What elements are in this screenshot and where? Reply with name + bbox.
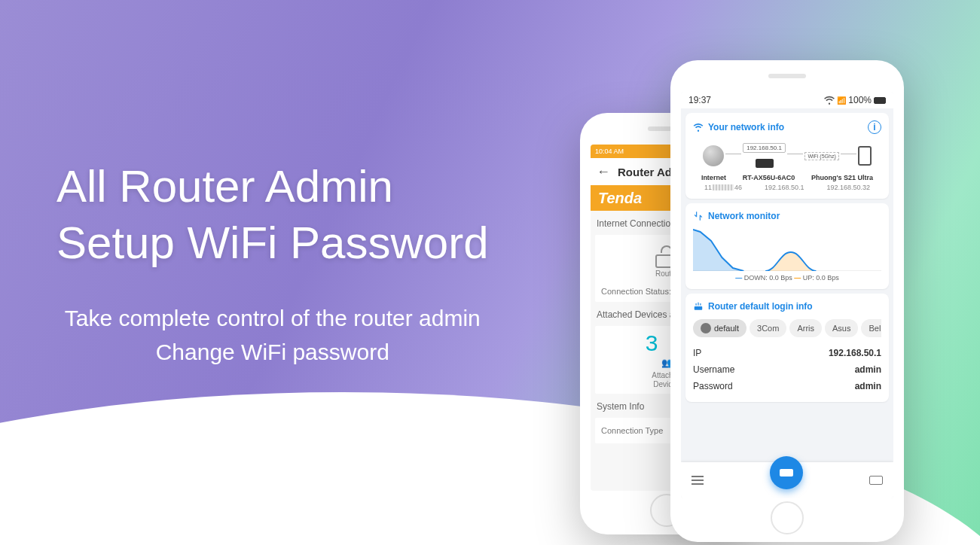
connection-type-label: Connection Type [601,426,663,435]
wifi-band-tag: WiFi (5Ghz) [804,152,838,160]
device-icon [858,146,872,166]
monitor-icon [693,211,704,221]
router-icon [756,159,774,168]
router-login-card: Router default login info default 3Com A… [685,294,889,402]
home-button[interactable] [771,501,804,534]
chip-default[interactable]: default [693,319,746,337]
vendor-chips[interactable]: default 3Com Arris Asus Belkin Be [693,319,881,337]
chip-arris[interactable]: Arris [789,319,822,337]
fab-router-button[interactable] [770,456,803,489]
router-ip: 192.168.50.1 [765,184,804,191]
status-time: 19:37 [688,95,711,105]
phone-speaker [768,74,806,78]
status-right: 📶 100% [824,95,886,105]
screen-front: 19:37 📶 100% Your network info i [681,92,893,498]
device-ip: 192.168.50.32 [826,184,870,191]
topo-router: 192.168.50.1 [741,143,787,168]
menu-icon[interactable] [691,476,704,485]
phone-mockup-front: 19:37 📶 100% Your network info i [670,60,904,542]
chip-asus[interactable]: Asus [825,319,858,337]
network-monitor-card: Network monitor DOWN: 0.0 Bps UP: 0.0 Bp… [685,203,889,289]
topo-device [856,146,873,166]
wifi-icon [693,122,704,132]
status-bar: 19:37 📶 100% [681,92,893,108]
subheadline: Take complete control of the router admi… [56,301,489,369]
login-username-row: Username admin [693,361,881,378]
monitor-legend: DOWN: 0.0 Bps UP: 0.0 Bps [693,274,881,282]
login-ip-row: IP 192.168.50.1 [693,345,881,361]
headline: All Router Admin Setup WiFi Password [56,158,489,271]
info-icon[interactable]: i [868,120,881,134]
svg-rect-0 [695,306,703,310]
network-info-card: Your network info i 192.168.50.1 WiFi (5… [685,113,889,199]
wifi-icon [824,95,835,105]
bottom-bar [681,462,893,498]
router-icon [780,469,793,476]
router-ip-chip: 192.168.50.1 [743,143,786,153]
card-title-monitor: Network monitor [693,211,881,221]
topo-wifi: WiFi (5Ghz) [803,151,840,160]
topo-labels: Internet RT-AX56U-6AC0 Phuong's S21 Ultr… [693,174,881,181]
globe-icon [703,145,724,166]
chip-3com[interactable]: 3Com [750,319,786,337]
attached-count: 3 [646,330,658,355]
card-title-login: Router default login info [693,301,881,312]
page-title: Router Ad [618,166,672,178]
card-title-network: Your network info [693,122,784,132]
keyboard-icon[interactable] [869,476,883,485]
chip-belkin[interactable]: Belkin [861,319,881,337]
battery-icon [874,97,886,104]
monitor-chart [693,226,881,271]
topo-internet [701,145,725,166]
topo-ips: 1146 192.168.50.1 192.168.50.32 [693,184,881,191]
network-topology: 192.168.50.1 WiFi (5Ghz) [693,143,881,168]
internet-ip: 1146 [704,184,742,191]
back-icon[interactable]: ← [597,164,610,180]
router-icon [693,301,704,312]
marketing-copy: All Router Admin Setup WiFi Password Tak… [56,158,489,369]
login-password-row: Password admin [693,378,881,394]
